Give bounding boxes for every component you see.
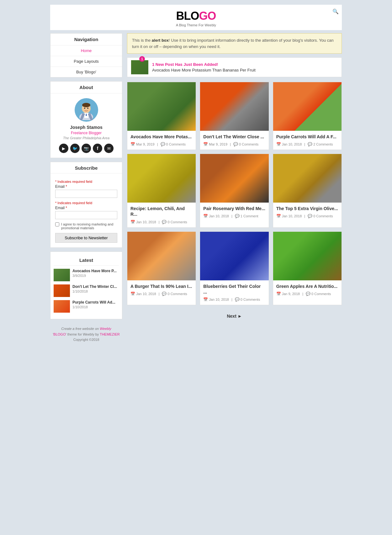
post-card[interactable]: Green Apples Are A Nutritio... 📅 Jan 9, … [273, 231, 342, 305]
logo-go: GO [199, 9, 216, 22]
latest-box: Latest Avocados Have More P... 3/9/2019 … [50, 252, 122, 319]
post-title-5: Pair Rosemary With Red Me... [203, 206, 265, 211]
comment-icon: 💬 [162, 292, 167, 296]
footer-line1: Create a free website on Weebly [52, 326, 121, 332]
post-body-9: Green Apples Are A Nutritio... 📅 Jan 9, … [273, 280, 342, 299]
list-item[interactable]: Purple Carrots Will Ad... 1/10/2018 [54, 300, 119, 313]
post-date-9: 📅 Jan 9, 2018 [276, 292, 300, 296]
social-icon-facebook[interactable]: f [93, 144, 102, 153]
nav-link-home[interactable]: Home [81, 48, 92, 53]
list-item[interactable]: Don't Let The Winter Cl... 1/10/2018 [54, 284, 119, 297]
social-icon-email[interactable]: ✉ [104, 144, 114, 153]
post-date-8: 📅 Jan 10, 2018 [203, 297, 229, 302]
email-label-2: Email * [55, 206, 117, 210]
latest-section: Latest Avocados Have More P... 3/9/2019 … [50, 252, 122, 319]
post-meta-5: 📅 Jan 10, 2018 | 💬 1 Comment [203, 214, 265, 218]
post-title-6: The Top 5 Extra Virgin Olive... [276, 206, 338, 211]
avatar [75, 98, 98, 122]
nav-item-page-layouts[interactable]: Page Layouts [50, 56, 122, 67]
post-meta-2: 📅 Mar 9, 2019 | 💬 0 Comments [203, 142, 265, 146]
new-post-info: 1 New Post Has Just Been Added! Avocados… [152, 62, 256, 72]
post-card[interactable]: Avocados Have More Potas... 📅 Mar 9, 201… [127, 82, 196, 150]
nav-item-home[interactable]: Home [50, 45, 122, 56]
post-card[interactable]: Pair Rosemary With Red Me... 📅 Jan 10, 2… [200, 154, 269, 227]
email-input-1[interactable] [55, 190, 117, 198]
post-date-2: 📅 Mar 9, 2019 [203, 142, 227, 146]
navigation-box: Navigation Home Page Layouts Buy 'Blogo' [50, 33, 122, 77]
post-meta-1: 📅 Mar 9, 2019 | 💬 0 Comments [130, 142, 193, 146]
post-comments-7: 💬 0 Comments [162, 292, 187, 296]
latest-post-title-1: Avocados Have More P... [72, 269, 119, 274]
post-card[interactable]: Don't Let The Winter Close ... 📅 Mar 9, … [200, 82, 269, 150]
calendar-icon: 📅 [203, 142, 208, 146]
svg-point-6 [82, 103, 90, 107]
latest-info-2: Don't Let The Winter Cl... 1/10/2018 [72, 284, 119, 293]
post-body-4: Recipe: Lemon, Chili, And R... 📅 Jan 10,… [127, 203, 196, 227]
subscribe-button[interactable]: Subscribe to Newsletter [55, 233, 117, 243]
post-date-4: 📅 Jan 10, 2018 [130, 220, 156, 224]
nav-link-buy-blogo[interactable]: Buy 'Blogo' [76, 70, 96, 74]
latest-post-title-3: Purple Carrots Will Ad... [72, 300, 119, 305]
latest-thumb-2 [54, 284, 70, 297]
social-icons: ▶ 🐦 📷 f ✉ [54, 144, 119, 153]
alert-text: This is the alert box! Use it to bring i… [132, 38, 334, 49]
calendar-icon: 📅 [130, 292, 135, 296]
post-title-7: A Burger That Is 90% Lean I... [130, 283, 193, 289]
subscribe-form: * Indicates required field Email * * Ind… [50, 177, 122, 247]
posts-grid: Avocados Have More Potas... 📅 Mar 9, 201… [127, 82, 342, 305]
comment-icon: 💬 [235, 297, 240, 302]
post-body-7: A Burger That Is 90% Lean I... 📅 Jan 10,… [127, 280, 196, 299]
post-body-3: Purple Carrots Will Add A F... 📅 Jan 10,… [273, 131, 342, 150]
search-icon[interactable]: 🔍 [332, 8, 339, 14]
nav-item-buy-blogo[interactable]: Buy 'Blogo' [50, 67, 122, 77]
post-card[interactable]: The Top 5 Extra Virgin Olive... 📅 Jan 10… [273, 154, 342, 227]
email-input-2[interactable] [55, 211, 117, 219]
comment-icon: 💬 [162, 220, 167, 224]
post-image-2 [200, 82, 268, 131]
post-comments-9: 💬 0 Comments [306, 292, 331, 296]
social-icon-youtube[interactable]: ▶ [59, 144, 68, 153]
post-body-8: Blueberries Get Their Color ... 📅 Jan 10… [200, 280, 268, 305]
social-icon-instagram[interactable]: 📷 [82, 144, 91, 153]
post-title-4: Recipe: Lemon, Chili, And R... [130, 206, 193, 217]
post-card[interactable]: A Burger That Is 90% Lean I... 📅 Jan 10,… [127, 231, 196, 305]
post-meta-8: 📅 Jan 10, 2018 | 💬 0 Comments [203, 297, 265, 302]
calendar-icon: 📅 [276, 214, 281, 218]
post-body-2: Don't Let The Winter Close ... 📅 Mar 9, … [200, 131, 268, 150]
logo-area: 🔍 BLOGO A Blog Theme For Weebly [50, 5, 342, 30]
post-date-6: 📅 Jan 10, 2018 [276, 214, 302, 218]
nav-links: Home Page Layouts Buy 'Blogo' [50, 45, 122, 77]
themezier-link[interactable]: THEMEZIER [100, 332, 120, 336]
post-card[interactable]: Purple Carrots Will Add A F... 📅 Jan 10,… [273, 82, 342, 150]
weebly-link[interactable]: Weebly [100, 327, 111, 331]
post-comments-4: 💬 0 Comments [162, 220, 187, 224]
about-box: About [50, 81, 122, 158]
nav-link-page-layouts[interactable]: Page Layouts [74, 59, 99, 64]
next-page-link[interactable]: Next ► [227, 314, 242, 319]
post-card[interactable]: Blueberries Get Their Color ... 📅 Jan 10… [200, 231, 269, 305]
calendar-icon: 📅 [130, 220, 135, 224]
post-date-5: 📅 Jan 10, 2018 [203, 214, 229, 218]
latest-thumb-3 [54, 300, 70, 313]
latest-thumb-1 [54, 269, 70, 281]
post-title-2: Don't Let The Winter Close ... [203, 134, 265, 140]
latest-title: Latest [54, 255, 119, 266]
calendar-icon: 📅 [276, 142, 281, 146]
about-title: About [50, 82, 122, 93]
social-icon-twitter[interactable]: 🐦 [70, 144, 80, 153]
post-card[interactable]: Recipe: Lemon, Chili, And R... 📅 Jan 10,… [127, 154, 196, 227]
footer-copyright: Copyright ©2018 [52, 337, 121, 343]
list-item[interactable]: Avocados Have More P... 3/9/2019 [54, 269, 119, 281]
marketing-checkbox[interactable] [55, 222, 59, 226]
calendar-icon: 📅 [130, 142, 135, 146]
post-image-8 [200, 232, 268, 280]
comment-icon: 💬 [306, 292, 310, 296]
latest-date-3: 1/10/2018 [72, 305, 119, 309]
post-image-5 [200, 154, 268, 203]
checkbox-row: I agree to receiving marketing and promo… [55, 222, 117, 230]
new-post-banner[interactable]: 1 1 New Post Has Just Been Added! Avocad… [127, 57, 342, 77]
post-meta-3: 📅 Jan 10, 2018 | 💬 2 Comments [276, 142, 338, 146]
latest-date-2: 1/10/2018 [72, 289, 119, 293]
comment-icon: 💬 [233, 142, 238, 146]
blogo-link[interactable]: BLOGO [53, 332, 66, 336]
